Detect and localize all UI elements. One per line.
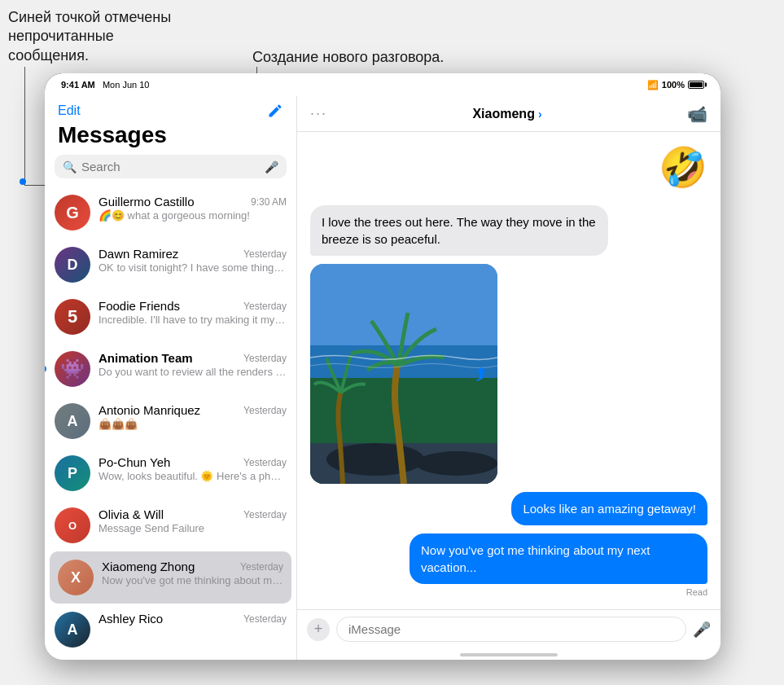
conversation-item-dr[interactable]: DDawn RamirezYesterdayOK to visit tonigh… <box>45 239 296 291</box>
ipad-device: 9:41 AM Mon Jun 10 📶 100% Edit Messages <box>45 73 720 660</box>
conv-time-gc: 9:30 AM <box>251 196 287 208</box>
unread-dot-at <box>45 366 46 372</box>
chevron-right-icon: › <box>538 108 542 121</box>
conv-name-ow: Olivia & Will <box>99 507 164 521</box>
emoji-reaction: 🤣 <box>659 145 707 191</box>
sidebar-title: Messages <box>45 122 296 155</box>
edit-button[interactable]: Edit <box>58 103 81 118</box>
conv-content-dr: Dawn RamirezYesterdayOK to visit tonight… <box>99 247 287 275</box>
beach-photo <box>310 264 497 484</box>
conv-time-py: Yesterday <box>243 457 287 468</box>
avatar-ar: A <box>55 612 90 648</box>
chat-input-bar: + 🎤 <box>297 609 720 648</box>
conversation-item-ow[interactable]: OOlivia & WillYesterdayMessage Send Fail… <box>45 499 296 551</box>
new-message-button[interactable] <box>267 103 283 119</box>
message-sent-1: Looks like an amazing getaway! <box>511 492 707 525</box>
search-bar[interactable]: 🔍 🎤 <box>55 155 287 178</box>
message-input[interactable] <box>336 617 686 642</box>
conv-content-xz: Xiaomeng ZhongYesterdayNow you've got me… <box>102 560 283 588</box>
home-bar <box>460 653 558 656</box>
message-received-text: I love the trees out here. The way they … <box>310 205 608 256</box>
chat-panel: ··· Xiaomeng › 📹 🤣 I love the trees out … <box>297 96 720 660</box>
avatar-at: 👾 <box>55 351 90 387</box>
conv-time-xz: Yesterday <box>240 561 283 573</box>
add-attachment-button[interactable]: + <box>307 618 330 641</box>
conv-content-ff: Foodie FriendsYesterdayIncredible. I'll … <box>99 299 287 327</box>
annotation-unread: Синей точкой отмечены непрочитанные сооб… <box>8 8 187 65</box>
conv-preview-xz: Now you've got me thinking about my next… <box>102 573 283 588</box>
status-bar: 9:41 AM Mon Jun 10 📶 100% <box>45 73 720 96</box>
conv-name-am: Antonio Manriquez <box>99 403 200 417</box>
svg-point-5 <box>416 451 497 476</box>
conv-preview-ow: Message Send Failure <box>99 521 287 536</box>
conv-time-ar: Yesterday <box>243 613 287 625</box>
mic-icon: 🎤 <box>265 160 278 173</box>
conv-content-at: Animation TeamYesterdayDo you want to re… <box>99 351 287 380</box>
avatar-ff: 5 <box>55 299 90 335</box>
conv-name-ar: Ashley Rico <box>99 612 163 626</box>
message-image: ⮭ <box>310 264 497 484</box>
conv-preview-ff: Incredible. I'll have to try making it m… <box>99 313 287 327</box>
video-call-button[interactable]: 📹 <box>687 104 707 124</box>
message-bubble-sent-1: Looks like an amazing getaway! <box>511 492 707 525</box>
chat-contact-name[interactable]: Xiaomeng › <box>472 107 541 121</box>
share-icon[interactable]: ⮭ <box>473 363 491 384</box>
conv-time-ow: Yesterday <box>243 509 287 520</box>
conversation-item-xz[interactable]: XXiaomeng ZhongYesterdayNow you've got m… <box>50 551 291 604</box>
conv-name-at: Animation Team <box>99 351 193 365</box>
search-input[interactable] <box>81 160 260 173</box>
message-sent-2: Now you've got me thinking about my next… <box>410 534 707 584</box>
home-indicator <box>297 648 720 660</box>
conv-preview-py: Wow, looks beautiful. 🌞 Here's a photo o… <box>99 469 287 484</box>
conv-name-xz: Xiaomeng Zhong <box>102 560 195 573</box>
conv-time-at: Yesterday <box>243 353 287 364</box>
annotation-line-unread <box>24 67 25 185</box>
chat-messages: 🤣 I love the trees out here. The way the… <box>297 132 720 609</box>
chat-header-dots: ··· <box>310 105 327 122</box>
conv-preview-at: Do you want to review all the renders to… <box>99 365 287 380</box>
search-icon: 🔍 <box>63 160 77 173</box>
conv-content-py: Po-Chun YehYesterdayWow, looks beautiful… <box>99 455 287 484</box>
message-bubble-sent-2: Now you've got me thinking about my next… <box>410 534 707 584</box>
conv-name-gc: Guillermo Castillo <box>99 195 195 209</box>
conv-time-ff: Yesterday <box>243 301 287 312</box>
chat-header: ··· Xiaomeng › 📹 <box>297 96 720 132</box>
conv-time-dr: Yesterday <box>243 248 287 260</box>
message-read-status: Read <box>686 587 707 597</box>
conversation-list: GGuillermo Castillo9:30 AM🌈😊 what a gorg… <box>45 187 296 660</box>
conversation-item-am[interactable]: AAntonio ManriquezYesterday👜👜👜 <box>45 395 296 447</box>
conv-preview-gc: 🌈😊 what a gorgeous morning! <box>99 209 287 223</box>
conv-preview-dr: OK to visit tonight? I have some things … <box>99 261 287 275</box>
conversation-item-ff[interactable]: 5Foodie FriendsYesterdayIncredible. I'll… <box>45 291 296 343</box>
message-bubble-received: I love the trees out here. The way they … <box>310 205 608 256</box>
annotation-dot <box>20 178 26 185</box>
battery-icon <box>688 81 704 89</box>
conv-content-ar: Ashley RicoYesterday <box>99 612 287 626</box>
wifi-icon: 📶 <box>647 80 659 90</box>
mic-button[interactable]: 🎤 <box>693 621 711 639</box>
sidebar-header: Edit <box>45 96 296 122</box>
avatar-xz: X <box>58 560 94 595</box>
avatar-gc: G <box>55 195 90 231</box>
conv-content-ow: Olivia & WillYesterdayMessage Send Failu… <box>99 507 287 536</box>
battery-level: 100% <box>662 80 685 90</box>
conv-time-am: Yesterday <box>243 405 287 416</box>
avatar-am: A <box>55 403 90 439</box>
conv-content-gc: Guillermo Castillo9:30 AM🌈😊 what a gorge… <box>99 195 287 223</box>
conversation-item-gc[interactable]: GGuillermo Castillo9:30 AM🌈😊 what a gorg… <box>45 187 296 239</box>
conv-content-am: Antonio ManriquezYesterday👜👜👜 <box>99 403 287 432</box>
status-time: 9:41 AM Mon Jun 10 <box>61 80 149 90</box>
avatar-py: P <box>55 455 90 491</box>
conversation-item-py[interactable]: PPo-Chun YehYesterdayWow, looks beautifu… <box>45 447 296 499</box>
status-right: 📶 100% <box>647 80 704 90</box>
conversation-item-ar[interactable]: AAshley RicoYesterday <box>45 604 296 656</box>
messages-sidebar: Edit Messages 🔍 🎤 GGuillermo Castillo9:3… <box>45 96 297 660</box>
conversation-item-at[interactable]: 👾Animation TeamYesterdayDo you want to r… <box>45 343 296 395</box>
avatar-dr: D <box>55 247 90 283</box>
conv-name-py: Po-Chun Yeh <box>99 455 170 469</box>
annotation-new-convo: Создание нового разговора. <box>252 49 444 66</box>
conv-preview-am: 👜👜👜 <box>99 417 287 432</box>
conv-name-ff: Foodie Friends <box>99 299 180 313</box>
conv-name-dr: Dawn Ramirez <box>99 247 178 261</box>
avatar-ow: O <box>55 507 90 543</box>
